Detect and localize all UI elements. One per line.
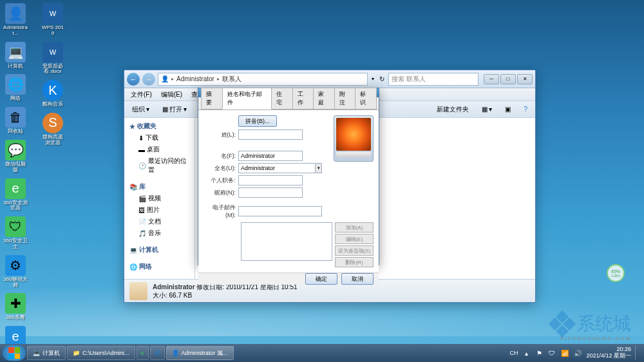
taskbar-item-browser[interactable]: e (137, 346, 149, 360)
minimize-button[interactable]: ─ (484, 74, 499, 84)
taskbar-item-properties[interactable]: 👤Administrator 属... (166, 346, 234, 360)
status-contact-icon (129, 282, 147, 300)
desktop-icon-administrator[interactable]: 👤Administrat... (3, 3, 28, 37)
status-name: Administrator (153, 283, 195, 291)
tab-name-email[interactable]: 姓名和电子邮件 (222, 88, 272, 110)
sidebar-computer-header[interactable]: 💻计算机 (127, 244, 192, 256)
sidebar-item-documents[interactable]: 📄文档 (127, 216, 192, 227)
taskbar-item-computer[interactable]: 💻计算机 (27, 346, 66, 360)
surname-input[interactable] (238, 129, 303, 140)
tab-summary[interactable]: 摘要 (201, 88, 223, 110)
desktop-icon-360browser[interactable]: e360安全浏览器 (3, 178, 28, 212)
tab-ids[interactable]: 标识 (355, 88, 377, 110)
search-input[interactable]: 搜索 联系人 (388, 73, 478, 86)
tray-lang[interactable]: CH (509, 350, 518, 356)
desktop-icon-network[interactable]: 🌐网络 (3, 74, 28, 102)
tray-volume-icon[interactable]: 🔊 (573, 348, 582, 357)
ok-button[interactable]: 确定 (305, 273, 337, 285)
start-button[interactable] (3, 345, 26, 361)
desktop-icon-kugou[interactable]: K酷狗音乐 (41, 80, 65, 108)
sidebar-item-desktop[interactable]: ▬桌面 (127, 144, 192, 155)
desktop-icon-docx[interactable]: W安装后必看.docx (41, 42, 65, 75)
taskbar-item-explorer[interactable]: 📁C:\Users\Admini... (67, 346, 135, 360)
nickname-input[interactable] (238, 187, 303, 198)
sidebar-favorites-header[interactable]: ★收藏夹 (127, 120, 192, 132)
folder-icon: 📁 (73, 350, 80, 356)
name-label: 名(F): (204, 152, 238, 160)
recent-icon: 🕐 (138, 162, 146, 169)
explorer-titlebar[interactable]: ← → 👤 ▸ Administrator ▸ 联系人 ▾ ↻ 搜索 联系人 ─… (124, 70, 535, 88)
watermark-logo-icon (549, 310, 576, 338)
toolbar-open[interactable]: ▦ 打开 ▾ (158, 104, 191, 115)
sidebar-item-music[interactable]: 🎵音乐 (127, 227, 192, 239)
computer-icon: 💻 (129, 247, 137, 254)
address-bar[interactable]: 👤 ▸ Administrator ▸ 联系人 (158, 73, 368, 86)
system-tray: CH ▴ ⚑ 🛡 📶 🔊 20:26 2021/4/12 星期一 (509, 346, 641, 360)
tray-up-icon[interactable]: ▴ (522, 348, 531, 357)
cancel-button[interactable]: 取消 (341, 273, 374, 285)
picture-icon: 🖼 (138, 207, 145, 214)
kugou-icon: Ⓚ (155, 349, 160, 357)
tab-content: 拼音(B)... 姓(L): 名(F): 全名(U): ▾ 个人职务: 昵称(N… (198, 110, 379, 272)
watermark: 系统城 (553, 312, 631, 336)
email-default-button[interactable]: 设为首选项(S) (335, 245, 374, 256)
watermark-text: 系统城 (577, 312, 631, 336)
title-input[interactable] (238, 175, 303, 186)
music-icon: 🎵 (138, 230, 146, 237)
fullname-dropdown[interactable]: ▾ (315, 163, 322, 173)
sidebar-item-downloads[interactable]: ⬇下载 (127, 132, 192, 144)
desktop-icon-sogou[interactable]: S搜狗高速浏览器 (41, 113, 65, 146)
toolbar-view-icon[interactable]: ▦ ▾ (478, 104, 497, 114)
sidebar-item-pictures[interactable]: 🖼图片 (127, 204, 192, 216)
star-icon: ★ (129, 123, 135, 130)
nav-forward-button[interactable]: → (142, 73, 155, 86)
menu-file[interactable]: 文件(F) (127, 89, 156, 100)
taskbar: 💻计算机 📁C:\Users\Admini... e Ⓚ 👤Administra… (0, 344, 644, 362)
email-add-button[interactable]: 添加(A) (335, 222, 374, 233)
fullname-input[interactable] (238, 163, 315, 173)
toolbar-preview-icon[interactable]: ▣ (501, 104, 515, 114)
fullname-label: 全名(U): (204, 164, 238, 173)
tab-family[interactable]: 家庭 (313, 88, 335, 110)
desktop-icon-wps[interactable]: WWPS 2019 (41, 3, 65, 37)
email-listbox[interactable] (241, 222, 332, 261)
tray-clock[interactable]: 20:26 2021/4/12 星期一 (586, 347, 631, 359)
desktop-icon-recycle[interactable]: 🗑回收站 (3, 107, 28, 135)
status-size: 66.7 KB (169, 292, 193, 299)
name-input[interactable] (238, 151, 303, 161)
email-input[interactable] (238, 206, 322, 216)
toolbar-organize[interactable]: 组织 ▾ (128, 104, 153, 115)
breadcrumb-seg-0[interactable]: Administrator (176, 75, 214, 82)
contact-photo-frame[interactable] (334, 115, 374, 162)
sidebar-item-recent[interactable]: 🕐最近访问的位置 (127, 155, 192, 176)
sidebar-item-videos[interactable]: 🎬视频 (127, 193, 192, 204)
menu-edit[interactable]: 编辑(E) (157, 89, 186, 100)
sidebar-libraries-header[interactable]: 📚库 (127, 181, 192, 193)
desktop-icon-360safe[interactable]: 🛡360安全卫士 (3, 216, 28, 250)
toolbar-help-icon[interactable]: ? (520, 104, 531, 114)
close-button[interactable]: ✕ (517, 74, 533, 84)
pinyin-button[interactable]: 拼音(B)... (238, 115, 277, 127)
tray-shield-icon[interactable]: 🛡 (547, 348, 556, 357)
taskbar-item-kugou[interactable]: Ⓚ (150, 346, 165, 360)
email-delete-button[interactable]: 删除(R) (335, 257, 374, 267)
desktop-icon-360driver[interactable]: ⚙360驱动大师 (3, 255, 28, 289)
desktop-icon-wechat[interactable]: 💬微信电脑版 (3, 140, 28, 173)
sidebar-network-header[interactable]: 🌐网络 (127, 261, 192, 272)
photo-bar (336, 152, 371, 157)
cpu-widget[interactable]: 45% 1.2K/s (607, 264, 625, 282)
show-desktop-button[interactable] (635, 346, 639, 360)
desktop-icon-computer[interactable]: 💻计算机 (3, 42, 28, 70)
desktop-icon-360av[interactable]: ✚360杀毒 (3, 293, 28, 321)
maximize-button[interactable]: □ (500, 74, 516, 84)
email-edit-button[interactable]: 编辑(E) (335, 234, 374, 244)
breadcrumb-seg-1[interactable]: 联系人 (222, 75, 242, 84)
nav-back-button[interactable]: ← (127, 73, 140, 86)
tray-network-icon[interactable]: 📶 (560, 348, 569, 357)
tab-work[interactable]: 工作 (292, 88, 314, 110)
toolbar-newfolder[interactable]: 新建文件夹 (433, 104, 473, 115)
tab-notes[interactable]: 附注 (334, 88, 356, 110)
windows-logo-icon (8, 347, 20, 359)
tray-flag-icon[interactable]: ⚑ (535, 348, 544, 357)
tab-home[interactable]: 住宅 (271, 88, 293, 110)
